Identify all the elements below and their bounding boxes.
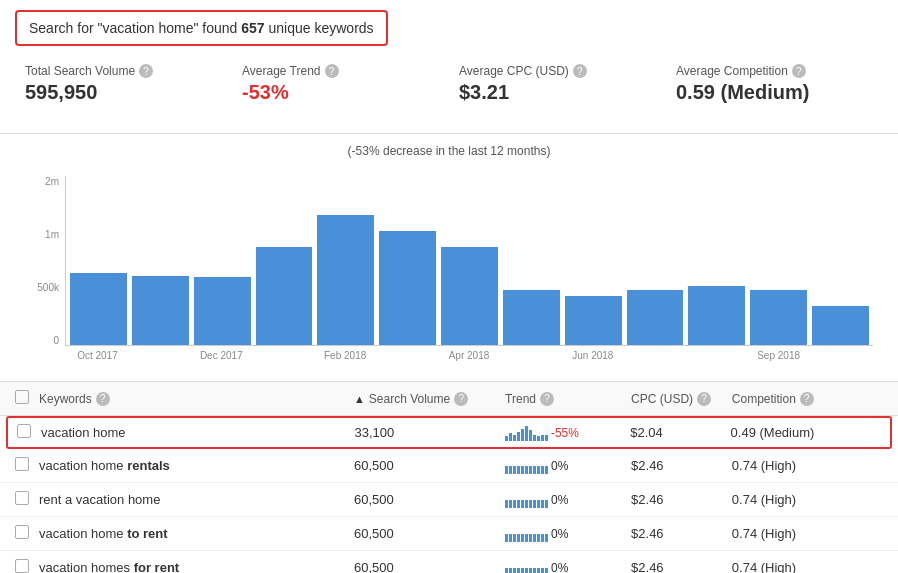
keyword-cell: vacation home — [41, 425, 354, 440]
mini-bar — [533, 500, 536, 508]
mini-bar — [517, 466, 520, 474]
mini-bar — [517, 500, 520, 508]
x-axis-label: Jun 2018 — [564, 350, 621, 361]
row-checkbox[interactable] — [15, 457, 29, 471]
cpc-cell: $2.46 — [631, 526, 732, 541]
mini-chart — [505, 492, 548, 508]
mini-bar — [521, 429, 524, 441]
keyword-cell: vacation homes for rent — [39, 560, 354, 573]
mini-bar — [537, 500, 540, 508]
x-axis-label — [379, 350, 436, 361]
help-icon-volume[interactable]: ? — [454, 392, 468, 406]
mini-bar — [533, 568, 536, 573]
chart-bar — [812, 306, 869, 345]
chart-bar — [688, 286, 745, 345]
mini-chart — [505, 526, 548, 542]
table-row: rent a vacation home60,5000%$2.460.74 (H… — [0, 483, 898, 517]
table-header: Keywords ? ▲ Search Volume ? Trend ? CPC… — [0, 382, 898, 416]
mini-bar — [525, 534, 528, 542]
help-icon-0[interactable]: ? — [139, 64, 153, 78]
mini-bar — [509, 534, 512, 542]
x-axis-label: Feb 2018 — [317, 350, 374, 361]
cpc-cell: $2.46 — [631, 458, 732, 473]
mini-bar — [537, 466, 540, 474]
table-row: vacation homes for rent60,5000%$2.460.74… — [0, 551, 898, 573]
help-icon-3[interactable]: ? — [792, 64, 806, 78]
mini-bar — [545, 534, 548, 542]
x-axis-label — [131, 350, 188, 361]
stat-total-search-volume: Total Search Volume ? 595,950 — [15, 60, 232, 108]
x-axis-label: Apr 2018 — [441, 350, 498, 361]
competition-cell: 0.74 (High) — [732, 492, 883, 507]
keyword-text: vacation home — [41, 425, 126, 440]
keyword-cell: vacation home to rent — [39, 526, 354, 541]
mini-chart — [505, 458, 548, 474]
mini-bar — [509, 466, 512, 474]
stat-value-3: 0.59 (Medium) — [676, 81, 873, 104]
trend-cell: 0% — [505, 526, 631, 542]
help-icon-2[interactable]: ? — [573, 64, 587, 78]
row-checkbox[interactable] — [15, 491, 29, 505]
help-icon-cpc[interactable]: ? — [697, 392, 711, 406]
chart-bar — [503, 290, 560, 345]
stats-row: Total Search Volume ? 595,950 Average Tr… — [15, 60, 883, 108]
table-row: vacation home rentals60,5000%$2.460.74 (… — [0, 449, 898, 483]
mini-bar — [533, 466, 536, 474]
y-label-2m: 2m — [45, 176, 59, 187]
trend-cell: 0% — [505, 492, 631, 508]
mini-bar — [513, 568, 516, 573]
help-icon-trend[interactable]: ? — [540, 392, 554, 406]
mini-bar — [541, 568, 544, 573]
cpc-cell: $2.46 — [631, 492, 732, 507]
mini-chart — [505, 425, 548, 441]
competition-cell: 0.74 (High) — [732, 560, 883, 573]
keyword-text: rent a vacation home — [39, 492, 160, 507]
stat-label-2: Average CPC (USD) — [459, 64, 569, 78]
mini-bar — [529, 534, 532, 542]
cpc-cell: $2.46 — [631, 560, 732, 573]
row-checkbox[interactable] — [17, 424, 31, 438]
trend-value: -55% — [551, 426, 579, 440]
chart-bar — [565, 296, 622, 345]
mini-bar — [529, 568, 532, 573]
mini-bar — [541, 466, 544, 474]
row-checkbox[interactable] — [15, 525, 29, 539]
chart-bar — [379, 231, 436, 345]
trend-value: 0% — [551, 527, 568, 541]
help-icon-competition[interactable]: ? — [800, 392, 814, 406]
volume-cell: 33,100 — [354, 425, 504, 440]
stat-value-1: -53% — [242, 81, 439, 104]
stat-average-cpc: Average CPC (USD) ? $3.21 — [449, 60, 666, 108]
row-checkbox[interactable] — [15, 559, 29, 573]
mini-bar — [505, 500, 508, 508]
table-rows-container: vacation home33,100-55%$2.040.49 (Medium… — [0, 416, 898, 573]
header-checkbox[interactable] — [15, 390, 29, 404]
banner-count: 657 — [241, 20, 264, 36]
col-header-volume: Search Volume — [369, 392, 450, 406]
mini-bar — [513, 466, 516, 474]
trend-value: 0% — [551, 459, 568, 473]
keyword-text: vacation home to rent — [39, 526, 168, 541]
trend-cell: -55% — [505, 425, 630, 441]
stat-value-2: $3.21 — [459, 81, 656, 104]
chart-bar — [441, 247, 498, 345]
mini-bar — [525, 568, 528, 573]
x-axis-label: Sep 2018 — [750, 350, 807, 361]
mini-bar — [545, 466, 548, 474]
stat-average-trend: Average Trend ? -53% — [232, 60, 449, 108]
help-icon-1[interactable]: ? — [325, 64, 339, 78]
help-icon-keyword[interactable]: ? — [96, 392, 110, 406]
mini-bar — [517, 534, 520, 542]
x-axis-label — [688, 350, 745, 361]
mini-bar — [529, 430, 532, 441]
mini-bar — [505, 466, 508, 474]
mini-bar — [513, 534, 516, 542]
y-label-0: 0 — [53, 335, 59, 346]
y-label-1m: 1m — [45, 229, 59, 240]
competition-cell: 0.74 (High) — [732, 526, 883, 541]
chart-bar — [627, 290, 684, 345]
mini-bar — [525, 426, 528, 441]
chart-container: 2m 1m 500k 0 Oct 2017Dec 2017Feb 2018Apr… — [25, 166, 873, 366]
mini-bar — [505, 534, 508, 542]
mini-bar — [533, 534, 536, 542]
